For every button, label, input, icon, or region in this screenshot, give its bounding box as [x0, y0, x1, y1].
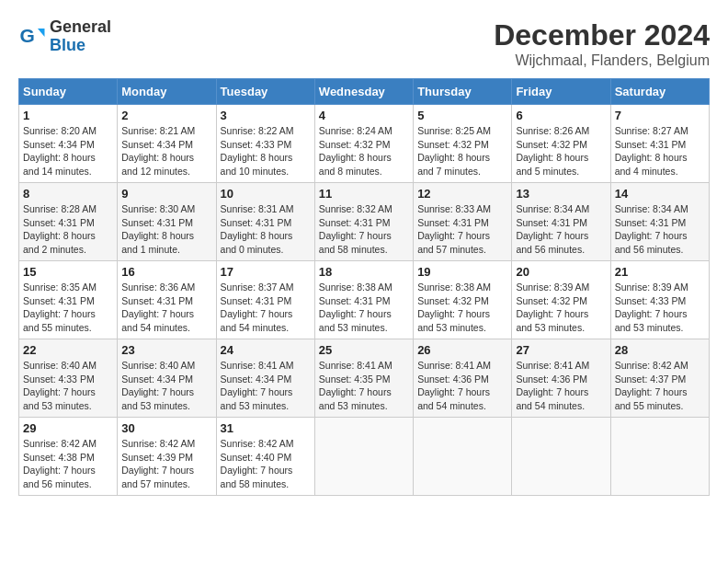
day-number: 13	[516, 187, 606, 201]
day-number: 18	[319, 265, 409, 279]
day-number: 21	[615, 265, 705, 279]
day-info: Sunrise: 8:36 AMSunset: 4:31 PMDaylight:…	[121, 281, 211, 335]
calendar-day-cell: 7Sunrise: 8:27 AMSunset: 4:31 PMDaylight…	[610, 105, 709, 183]
day-number: 5	[417, 109, 507, 122]
calendar-day-cell: 6Sunrise: 8:26 AMSunset: 4:32 PMDaylight…	[512, 105, 610, 183]
calendar-day-cell: 27Sunrise: 8:41 AMSunset: 4:36 PMDayligh…	[512, 339, 610, 418]
calendar-day-cell: 8Sunrise: 8:28 AMSunset: 4:31 PMDaylight…	[19, 183, 118, 261]
weekday-header-cell: Monday	[118, 79, 216, 105]
day-number: 31	[221, 421, 311, 435]
day-info: Sunrise: 8:34 AMSunset: 4:31 PMDaylight:…	[615, 202, 705, 257]
calendar-week-row: 22Sunrise: 8:40 AMSunset: 4:33 PMDayligh…	[19, 339, 710, 418]
logo-icon: G	[18, 23, 46, 51]
calendar-day-cell: 20Sunrise: 8:39 AMSunset: 4:32 PMDayligh…	[512, 261, 610, 339]
calendar-day-cell: 11Sunrise: 8:32 AMSunset: 4:31 PMDayligh…	[314, 183, 413, 261]
day-info: Sunrise: 8:42 AMSunset: 4:37 PMDaylight:…	[615, 359, 705, 413]
calendar-day-cell: 10Sunrise: 8:31 AMSunset: 4:31 PMDayligh…	[216, 183, 314, 261]
day-number: 3	[221, 109, 311, 122]
calendar-day-cell: 21Sunrise: 8:39 AMSunset: 4:33 PMDayligh…	[610, 261, 709, 339]
day-info: Sunrise: 8:42 AMSunset: 4:40 PMDaylight:…	[221, 437, 311, 491]
day-number: 6	[516, 109, 606, 122]
calendar-table: SundayMondayTuesdayWednesdayThursdayFrid…	[18, 78, 710, 496]
calendar-day-cell: 31Sunrise: 8:42 AMSunset: 4:40 PMDayligh…	[216, 418, 314, 496]
day-info: Sunrise: 8:38 AMSunset: 4:32 PMDaylight:…	[417, 281, 507, 335]
calendar-day-cell: 24Sunrise: 8:41 AMSunset: 4:34 PMDayligh…	[216, 339, 314, 418]
day-number: 14	[615, 187, 705, 201]
day-info: Sunrise: 8:40 AMSunset: 4:33 PMDaylight:…	[23, 359, 113, 413]
day-number: 19	[417, 265, 507, 279]
day-info: Sunrise: 8:26 AMSunset: 4:32 PMDaylight:…	[516, 124, 606, 178]
calendar-week-row: 8Sunrise: 8:28 AMSunset: 4:31 PMDaylight…	[19, 183, 710, 261]
day-info: Sunrise: 8:33 AMSunset: 4:31 PMDaylight:…	[417, 202, 507, 257]
month-title: December 2024	[494, 18, 710, 52]
day-info: Sunrise: 8:35 AMSunset: 4:31 PMDaylight:…	[23, 281, 113, 335]
calendar-week-row: 29Sunrise: 8:42 AMSunset: 4:38 PMDayligh…	[19, 418, 710, 496]
weekday-header-cell: Saturday	[610, 79, 709, 105]
day-number: 27	[516, 343, 606, 357]
day-info: Sunrise: 8:20 AMSunset: 4:34 PMDaylight:…	[23, 124, 113, 178]
day-number: 25	[319, 343, 409, 357]
calendar-week-row: 15Sunrise: 8:35 AMSunset: 4:31 PMDayligh…	[19, 261, 710, 339]
location-subtitle: Wijchmaal, Flanders, Belgium	[494, 52, 710, 69]
svg-text:G: G	[20, 25, 35, 46]
day-info: Sunrise: 8:41 AMSunset: 4:34 PMDaylight:…	[221, 359, 311, 413]
calendar-day-cell: 28Sunrise: 8:42 AMSunset: 4:37 PMDayligh…	[610, 339, 709, 418]
day-number: 17	[221, 265, 311, 279]
day-info: Sunrise: 8:31 AMSunset: 4:31 PMDaylight:…	[221, 202, 311, 257]
day-number: 4	[319, 109, 409, 122]
day-number: 22	[23, 343, 113, 357]
day-number: 15	[23, 265, 113, 279]
calendar-day-cell: 30Sunrise: 8:42 AMSunset: 4:39 PMDayligh…	[118, 418, 216, 496]
day-info: Sunrise: 8:41 AMSunset: 4:35 PMDaylight:…	[319, 359, 409, 413]
calendar-body: 1Sunrise: 8:20 AMSunset: 4:34 PMDaylight…	[19, 105, 710, 496]
calendar-day-cell: 17Sunrise: 8:37 AMSunset: 4:31 PMDayligh…	[216, 261, 314, 339]
logo-text: General Blue	[50, 18, 111, 55]
calendar-day-cell: 14Sunrise: 8:34 AMSunset: 4:31 PMDayligh…	[610, 183, 709, 261]
calendar-day-cell: 26Sunrise: 8:41 AMSunset: 4:36 PMDayligh…	[414, 339, 512, 418]
day-number: 29	[23, 421, 113, 435]
calendar-day-cell: 16Sunrise: 8:36 AMSunset: 4:31 PMDayligh…	[118, 261, 216, 339]
weekday-header-row: SundayMondayTuesdayWednesdayThursdayFrid…	[19, 79, 710, 105]
day-info: Sunrise: 8:39 AMSunset: 4:32 PMDaylight:…	[516, 281, 606, 335]
day-info: Sunrise: 8:32 AMSunset: 4:31 PMDaylight:…	[319, 202, 409, 257]
day-info: Sunrise: 8:42 AMSunset: 4:38 PMDaylight:…	[23, 437, 113, 491]
day-number: 1	[23, 109, 113, 122]
day-number: 8	[23, 187, 113, 201]
day-info: Sunrise: 8:24 AMSunset: 4:32 PMDaylight:…	[319, 124, 409, 178]
weekday-header-cell: Thursday	[414, 79, 512, 105]
day-info: Sunrise: 8:42 AMSunset: 4:39 PMDaylight:…	[121, 437, 211, 491]
title-area: December 2024 Wijchmaal, Flanders, Belgi…	[494, 18, 710, 69]
calendar-day-cell: 5Sunrise: 8:25 AMSunset: 4:32 PMDaylight…	[414, 105, 512, 183]
day-number: 11	[319, 187, 409, 201]
day-info: Sunrise: 8:38 AMSunset: 4:31 PMDaylight:…	[319, 281, 409, 335]
logo-general: General	[50, 18, 111, 37]
day-number: 30	[121, 421, 211, 435]
logo-blue: Blue	[50, 37, 111, 55]
day-info: Sunrise: 8:41 AMSunset: 4:36 PMDaylight:…	[516, 359, 606, 413]
day-number: 23	[121, 343, 211, 357]
day-number: 20	[516, 265, 606, 279]
calendar-day-cell	[414, 418, 512, 496]
calendar-day-cell: 29Sunrise: 8:42 AMSunset: 4:38 PMDayligh…	[19, 418, 118, 496]
day-number: 10	[221, 187, 311, 201]
calendar-day-cell: 2Sunrise: 8:21 AMSunset: 4:34 PMDaylight…	[118, 105, 216, 183]
weekday-header-cell: Friday	[512, 79, 610, 105]
day-number: 7	[615, 109, 705, 122]
header-area: G General Blue December 2024 Wijchmaal, …	[18, 18, 710, 69]
calendar-day-cell: 1Sunrise: 8:20 AMSunset: 4:34 PMDaylight…	[19, 105, 118, 183]
calendar-day-cell: 25Sunrise: 8:41 AMSunset: 4:35 PMDayligh…	[314, 339, 413, 418]
day-number: 28	[615, 343, 705, 357]
day-info: Sunrise: 8:37 AMSunset: 4:31 PMDaylight:…	[221, 281, 311, 335]
calendar-day-cell: 19Sunrise: 8:38 AMSunset: 4:32 PMDayligh…	[414, 261, 512, 339]
day-number: 16	[121, 265, 211, 279]
logo: G General Blue	[18, 18, 111, 55]
weekday-header-cell: Wednesday	[314, 79, 413, 105]
calendar-day-cell: 3Sunrise: 8:22 AMSunset: 4:33 PMDaylight…	[216, 105, 314, 183]
day-number: 24	[221, 343, 311, 357]
calendar-day-cell	[610, 418, 709, 496]
day-info: Sunrise: 8:30 AMSunset: 4:31 PMDaylight:…	[121, 202, 211, 257]
calendar-day-cell: 18Sunrise: 8:38 AMSunset: 4:31 PMDayligh…	[314, 261, 413, 339]
calendar-day-cell: 23Sunrise: 8:40 AMSunset: 4:34 PMDayligh…	[118, 339, 216, 418]
day-info: Sunrise: 8:21 AMSunset: 4:34 PMDaylight:…	[121, 124, 211, 178]
calendar-day-cell: 22Sunrise: 8:40 AMSunset: 4:33 PMDayligh…	[19, 339, 118, 418]
